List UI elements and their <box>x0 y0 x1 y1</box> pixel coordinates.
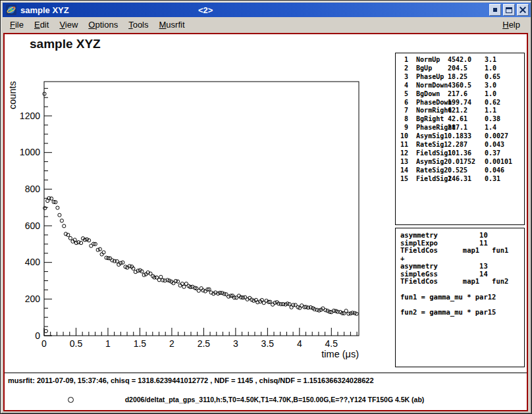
param-value: 42.61 <box>448 115 485 124</box>
theory-box[interactable]: asymmetry 10simplExpo 11TFieldCos map1 f… <box>395 228 525 367</box>
param-row: 11 RateSig12.2870.043 <box>400 141 524 149</box>
param-name: 10 AsymSig1 <box>400 132 448 141</box>
param-error: 0.046 <box>485 167 524 175</box>
param-error: 0.00101 <box>485 158 524 167</box>
theory-line <box>400 286 524 294</box>
axes <box>44 82 359 336</box>
y-axis-title: counts <box>7 81 18 109</box>
param-name: 3 PhaseUp <box>400 73 448 82</box>
param-error: 0.31 <box>485 175 524 184</box>
param-name: 8 BgRight <box>400 115 448 124</box>
param-value: 101.36 <box>448 149 485 158</box>
param-error: 3.0 <box>485 82 524 90</box>
param-name: 12 FieldSig1 <box>400 149 448 158</box>
param-name: 15 FieldSig2 <box>400 175 448 184</box>
svg-text:800: 800 <box>25 184 41 194</box>
workspace-indicator: <2> <box>198 5 213 15</box>
svg-text:400: 400 <box>25 257 41 267</box>
data-points <box>43 92 358 333</box>
param-row: 12 FieldSig1101.360.37 <box>400 149 524 158</box>
menubar: FileEditViewOptionsToolsMusrfitHelp <box>3 17 531 32</box>
fit-info-text: musrfit: 2011-07-09, 15:37:46, chisq = 1… <box>8 376 374 384</box>
param-value: 0.525 <box>448 167 485 175</box>
svg-text:0: 0 <box>41 338 47 349</box>
menu-musrfit[interactable]: Musrfit <box>154 18 190 32</box>
svg-text:4.5: 4.5 <box>325 338 338 349</box>
param-error: 1.0 <box>485 90 524 99</box>
x-axis-title: time (μs) <box>321 349 359 359</box>
legend-marker-circle <box>68 397 74 403</box>
theory-line: fun1 = gamma_mu * par12 <box>400 294 524 301</box>
param-value: 18.25 <box>448 73 485 82</box>
titlebar-buttons <box>489 4 529 16</box>
param-value: 4360.5 <box>448 82 485 90</box>
param-name: 14 RateSig2 <box>400 167 448 175</box>
legend-label: d2006/deltat_pta_gps_3110,h:5,T0=4.50K,T… <box>90 396 459 403</box>
svg-text:0: 0 <box>35 330 40 341</box>
param-value: 4542.0 <box>448 56 485 65</box>
param-name: 5 BgDown <box>400 90 448 99</box>
param-row: 7 NormRight621.21.1 <box>400 107 524 115</box>
param-error: 1.1 <box>485 107 524 115</box>
theory-line: asymmetry 13 <box>400 263 524 271</box>
param-row: 1 NormUp4542.03.1 <box>400 56 524 65</box>
svg-text:200: 200 <box>25 294 41 304</box>
param-error: 0.65 <box>485 73 524 82</box>
svg-text:2.5: 2.5 <box>198 338 211 349</box>
svg-text:600: 600 <box>25 220 41 231</box>
titlebar[interactable]: sample XYZ <2> <box>3 3 531 17</box>
param-name: 13 AsymSig2 <box>400 158 448 167</box>
minimize-button[interactable] <box>489 4 501 16</box>
param-error: 0.043 <box>485 141 524 149</box>
param-name: 4 NormDown <box>400 82 448 90</box>
param-row: 9 PhaseRight287.11.4 <box>400 124 524 132</box>
param-error: 1.0 <box>485 65 524 73</box>
menu-file[interactable]: File <box>5 18 29 32</box>
menu-options[interactable]: Options <box>83 18 123 32</box>
svg-text:0.5: 0.5 <box>70 338 83 349</box>
svg-text:1.5: 1.5 <box>134 338 147 349</box>
param-error: 0.37 <box>485 149 524 158</box>
param-row: 4 NormDown4360.53.0 <box>400 82 524 90</box>
param-value: 199.74 <box>448 99 485 107</box>
param-value: 2.287 <box>448 141 485 149</box>
menu-help[interactable]: Help <box>497 18 525 32</box>
param-row: 14 RateSig20.5250.046 <box>400 167 524 175</box>
param-row: 3 PhaseUp18.250.65 <box>400 73 524 82</box>
canvas-title: sample XYZ <box>30 37 101 51</box>
svg-text:3.5: 3.5 <box>261 338 275 349</box>
theory-line: fun2 = gamma_mu * par15 <box>400 309 524 317</box>
param-name: 2 BgUp <box>400 65 448 73</box>
close-icon <box>519 7 526 13</box>
param-name: 9 PhaseRight <box>400 124 448 132</box>
param-row: 10 AsymSig10.18330.0027 <box>400 132 524 141</box>
param-row: 5 BgDown217.61.0 <box>400 90 524 99</box>
menu-view[interactable]: View <box>54 18 83 32</box>
param-error: 3.1 <box>485 56 524 65</box>
param-error: 0.0027 <box>485 132 524 141</box>
svg-text:1000: 1000 <box>20 147 40 157</box>
svg-text:3: 3 <box>233 338 238 349</box>
theory-line: TFieldCos map1 fun2 <box>400 278 524 286</box>
param-row: 15 FieldSig2146.310.31 <box>400 175 524 184</box>
param-value: 204.5 <box>448 65 485 73</box>
fit-parameters-box[interactable]: 1 NormUp4542.03.1 2 BgUp204.51.0 3 Phase… <box>395 53 525 225</box>
param-name: 6 PhaseDown <box>400 99 448 107</box>
minimize-icon <box>493 8 497 12</box>
close-button[interactable] <box>517 4 529 16</box>
param-error: 0.38 <box>485 115 524 124</box>
param-row: 6 PhaseDown199.740.62 <box>400 99 524 107</box>
param-value: 146.31 <box>448 175 485 184</box>
app-icon <box>6 5 16 15</box>
maximize-button[interactable] <box>503 4 515 16</box>
svg-text:1: 1 <box>105 338 111 349</box>
param-error: 0.62 <box>485 99 524 107</box>
param-value: 621.2 <box>448 107 485 115</box>
window-title: sample XYZ <box>20 5 69 15</box>
root-canvas[interactable]: 02004006008001000120000.511.522.533.544.… <box>3 33 528 411</box>
theory-line: TFieldCos map1 fun1 <box>400 247 524 255</box>
param-name: 1 NormUp <box>400 56 448 65</box>
menu-edit[interactable]: Edit <box>29 18 54 32</box>
menu-tools[interactable]: Tools <box>123 18 153 32</box>
param-error: 1.4 <box>485 124 524 132</box>
